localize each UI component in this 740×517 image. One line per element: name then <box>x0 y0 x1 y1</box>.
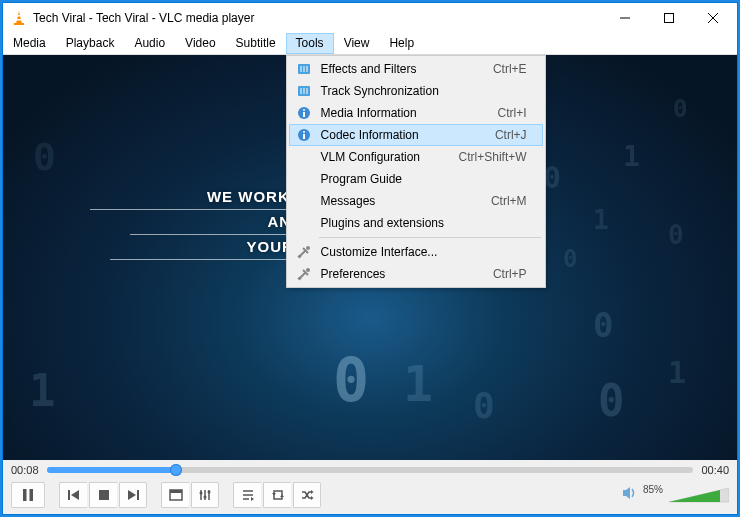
equalizer-icon <box>293 63 315 75</box>
svg-rect-31 <box>137 490 139 500</box>
bg-digit: 0 <box>593 305 613 345</box>
menu-item-program-guide[interactable]: Program Guide <box>289 168 543 190</box>
menu-item-label: Codec Information <box>315 128 495 142</box>
svg-rect-30 <box>99 490 109 500</box>
pause-button[interactable] <box>11 482 45 508</box>
svg-rect-2 <box>16 19 21 21</box>
menu-item-plugins-and-extensions[interactable]: Plugins and extensions <box>289 212 543 234</box>
next-button[interactable] <box>119 482 147 508</box>
menu-item-track-synchronization[interactable]: Track Synchronization <box>289 80 543 102</box>
svg-point-39 <box>204 496 207 499</box>
svg-rect-21 <box>303 134 305 139</box>
tools-icon <box>293 267 315 281</box>
vlc-cone-icon <box>11 10 27 26</box>
time-elapsed[interactable]: 00:08 <box>11 464 39 476</box>
svg-point-24 <box>306 268 310 272</box>
app-window: Tech Viral - Tech Viral - VLC media play… <box>2 2 738 515</box>
time-total[interactable]: 00:40 <box>701 464 729 476</box>
svg-point-40 <box>208 491 211 494</box>
menu-item-label: Program Guide <box>315 172 527 186</box>
playlist-button[interactable] <box>233 482 261 508</box>
seek-fill <box>47 467 176 473</box>
shuffle-button[interactable] <box>293 482 321 508</box>
previous-button[interactable] <box>59 482 87 508</box>
svg-marker-47 <box>311 490 314 494</box>
seek-knob[interactable] <box>170 464 182 476</box>
menu-separator <box>319 237 541 238</box>
close-button[interactable] <box>691 3 735 33</box>
menu-playback[interactable]: Playback <box>56 33 125 54</box>
menu-subtitle[interactable]: Subtitle <box>226 33 286 54</box>
svg-marker-44 <box>251 497 254 501</box>
fullscreen-button[interactable] <box>161 482 189 508</box>
menu-item-shortcut: Ctrl+M <box>491 194 539 208</box>
menubar: Media Playback Audio Video Subtitle Tool… <box>3 33 737 55</box>
svg-marker-32 <box>128 490 136 500</box>
menu-item-customize-interface[interactable]: Customize Interface... <box>289 241 543 263</box>
seek-slider[interactable] <box>47 467 694 473</box>
speaker-icon[interactable] <box>621 485 637 505</box>
menu-item-messages[interactable]: MessagesCtrl+M <box>289 190 543 212</box>
bg-digit: 1 <box>403 355 433 413</box>
bg-digit: 0 <box>543 160 561 195</box>
extended-settings-button[interactable] <box>191 482 219 508</box>
bg-digit: 1 <box>29 365 56 416</box>
window-title: Tech Viral - Tech Viral - VLC media play… <box>33 11 603 25</box>
volume-slider[interactable] <box>669 486 729 504</box>
equalizer-icon <box>293 85 315 97</box>
menu-item-label: Preferences <box>315 267 493 281</box>
menu-item-shortcut: Ctrl+P <box>493 267 539 281</box>
svg-marker-46 <box>280 495 284 498</box>
svg-marker-0 <box>16 11 22 24</box>
menu-view[interactable]: View <box>334 33 380 54</box>
menu-item-vlm-configuration[interactable]: VLM ConfigurationCtrl+Shift+W <box>289 146 543 168</box>
volume-percent-label: 85% <box>643 484 663 495</box>
minimize-button[interactable] <box>603 3 647 33</box>
menu-item-shortcut: Ctrl+E <box>493 62 539 76</box>
svg-rect-26 <box>23 489 27 501</box>
menu-audio[interactable]: Audio <box>124 33 175 54</box>
svg-point-38 <box>200 492 203 495</box>
menu-video[interactable]: Video <box>175 33 225 54</box>
menu-item-shortcut: Ctrl+Shift+W <box>459 150 539 164</box>
menu-item-effects-and-filters[interactable]: Effects and FiltersCtrl+E <box>289 58 543 80</box>
info-icon <box>293 106 315 120</box>
menu-item-shortcut: Ctrl+I <box>498 106 539 120</box>
volume-control: 85% <box>621 485 729 505</box>
bg-digit: 1 <box>668 355 686 390</box>
stop-button[interactable] <box>89 482 117 508</box>
svg-rect-34 <box>170 490 182 493</box>
titlebar: Tech Viral - Tech Viral - VLC media play… <box>3 3 737 33</box>
bg-digit: 0 <box>668 220 684 250</box>
bg-digit: 0 <box>33 135 56 179</box>
menu-item-codec-information[interactable]: Codec InformationCtrl+J <box>289 124 543 146</box>
bg-digit: 0 <box>673 95 687 123</box>
menu-help[interactable]: Help <box>379 33 424 54</box>
svg-marker-48 <box>311 496 314 500</box>
menu-item-media-information[interactable]: Media InformationCtrl+I <box>289 102 543 124</box>
svg-rect-1 <box>17 15 21 17</box>
tools-icon <box>293 245 315 259</box>
maximize-button[interactable] <box>647 3 691 33</box>
menu-item-label: Messages <box>315 194 491 208</box>
menu-item-label: VLM Configuration <box>315 150 459 164</box>
bg-digit: 0 <box>563 245 577 273</box>
controls-bar: 00:08 00:40 85% <box>3 460 737 514</box>
menu-tools[interactable]: Tools Effects and FiltersCtrl+ETrack Syn… <box>286 33 334 54</box>
svg-rect-3 <box>14 23 24 25</box>
menu-item-label: Media Information <box>315 106 498 120</box>
svg-rect-28 <box>68 490 70 500</box>
bg-digit: 1 <box>623 140 640 173</box>
menu-item-label: Effects and Filters <box>315 62 493 76</box>
menu-tools-label: Tools <box>296 36 324 50</box>
loop-button[interactable] <box>263 482 291 508</box>
menu-media[interactable]: Media <box>3 33 56 54</box>
menu-item-preferences[interactable]: PreferencesCtrl+P <box>289 263 543 285</box>
bg-digit: 0 <box>473 385 495 426</box>
bg-digit: 0 <box>333 345 369 415</box>
svg-point-20 <box>303 131 305 133</box>
svg-rect-27 <box>30 489 34 501</box>
svg-marker-49 <box>623 487 630 499</box>
menu-item-label: Customize Interface... <box>315 245 527 259</box>
menu-item-shortcut: Ctrl+J <box>495 128 539 142</box>
